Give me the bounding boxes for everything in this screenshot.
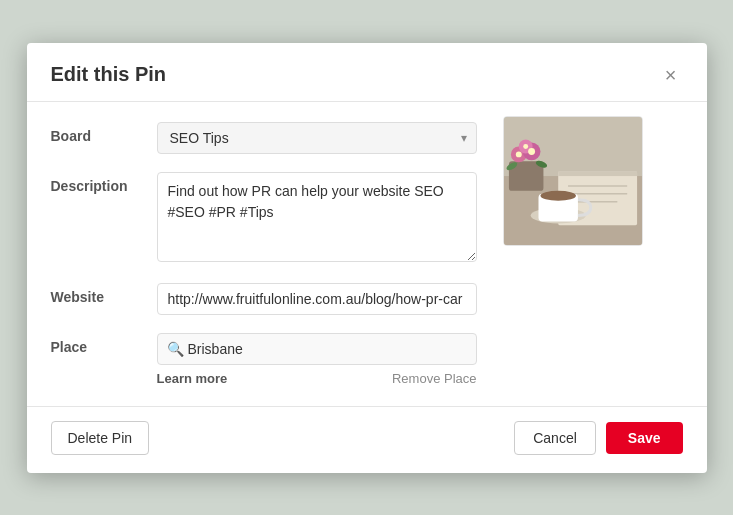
cancel-button[interactable]: Cancel bbox=[514, 421, 596, 455]
place-input[interactable] bbox=[157, 333, 477, 365]
board-select[interactable]: SEO Tips Marketing Content Strategy bbox=[157, 122, 477, 154]
place-control: 🔍 Learn more Remove Place bbox=[157, 333, 683, 386]
svg-point-15 bbox=[528, 147, 535, 154]
website-control bbox=[157, 283, 683, 315]
thumbnail-image bbox=[504, 117, 642, 245]
close-button[interactable]: × bbox=[659, 63, 683, 87]
place-actions: Learn more Remove Place bbox=[157, 371, 477, 386]
search-icon: 🔍 bbox=[167, 341, 184, 357]
svg-point-14 bbox=[515, 151, 521, 157]
description-textarea[interactable]: Find out how PR can help your website SE… bbox=[157, 172, 477, 262]
website-label: Website bbox=[51, 283, 141, 305]
remove-place-link[interactable]: Remove Place bbox=[392, 371, 477, 386]
modal-title: Edit this Pin bbox=[51, 63, 167, 86]
learn-more-link[interactable]: Learn more bbox=[157, 371, 228, 386]
place-input-wrapper: 🔍 bbox=[157, 333, 477, 365]
website-input[interactable] bbox=[157, 283, 477, 315]
top-row-left: Board SEO Tips Marketing Content Strateg… bbox=[51, 122, 477, 265]
pin-thumbnail bbox=[503, 116, 643, 246]
modal-footer: Delete Pin Cancel Save bbox=[27, 406, 707, 473]
edit-pin-modal: Edit this Pin × Board SEO Tips Marketing… bbox=[27, 43, 707, 473]
svg-point-9 bbox=[540, 190, 575, 200]
thumbnail-svg bbox=[504, 117, 642, 245]
save-button[interactable]: Save bbox=[606, 422, 683, 454]
description-row: Description Find out how PR can help you… bbox=[51, 172, 477, 265]
board-row: Board SEO Tips Marketing Content Strateg… bbox=[51, 122, 477, 154]
modal-body: Board SEO Tips Marketing Content Strateg… bbox=[27, 102, 707, 406]
place-label: Place bbox=[51, 333, 141, 355]
footer-right: Cancel Save bbox=[514, 421, 682, 455]
place-row: Place 🔍 Learn more Remove Place bbox=[51, 333, 683, 386]
svg-rect-3 bbox=[558, 171, 637, 176]
board-select-wrapper: SEO Tips Marketing Content Strategy ▾ bbox=[157, 122, 477, 154]
board-label: Board bbox=[51, 122, 141, 144]
description-control: Find out how PR can help your website SE… bbox=[157, 172, 477, 265]
top-row: Board SEO Tips Marketing Content Strateg… bbox=[51, 122, 683, 265]
modal-header: Edit this Pin × bbox=[27, 43, 707, 102]
website-row: Website bbox=[51, 283, 683, 315]
board-control: SEO Tips Marketing Content Strategy ▾ bbox=[157, 122, 477, 154]
svg-point-16 bbox=[523, 144, 528, 149]
place-section: 🔍 Learn more Remove Place bbox=[157, 333, 683, 386]
delete-pin-button[interactable]: Delete Pin bbox=[51, 421, 150, 455]
description-label: Description bbox=[51, 172, 141, 194]
